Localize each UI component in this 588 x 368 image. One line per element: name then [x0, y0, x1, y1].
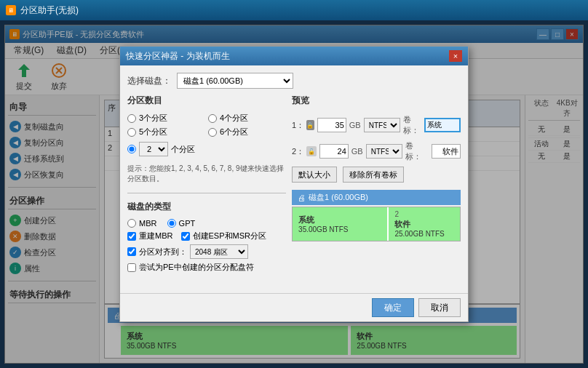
custom-partition-suffix: 个分区 [171, 144, 195, 155]
modal-close-button[interactable]: × [449, 50, 462, 62]
rebuild-mbr-checkbox[interactable] [127, 232, 136, 241]
partition-count-title: 分区数目 [127, 95, 286, 107]
align-checkbox[interactable] [127, 247, 136, 256]
preview-part-2[interactable]: 2 软件 25.00GB NTFS [389, 207, 460, 241]
mbr-radio[interactable]: MBR [127, 219, 156, 228]
radio-6[interactable]: 6个分区 [208, 127, 286, 137]
cancel-btn[interactable]: 取消 [418, 298, 461, 317]
disk-type-radios: MBR GPT [127, 219, 286, 228]
preview-part-1[interactable]: 系统 35.00GB NTFS [293, 207, 389, 241]
partition-preview-bar: 系统 35.00GB NTFS 2 软件 25.00GB NTFS [292, 207, 461, 241]
create-esp-checkbox[interactable] [181, 232, 190, 241]
preview-part-1-label: 系统 [298, 215, 381, 225]
align-dropdown[interactable]: 2048 扇区 [190, 244, 248, 259]
lock-icon-2: 🔓 [306, 146, 317, 156]
modal-title-bar: 快速分区神器 - 为装机而生 × [120, 47, 468, 65]
tag-input-2[interactable] [432, 144, 461, 159]
spinbox-row: 23456 个分区 [127, 140, 286, 158]
size-input-1[interactable] [317, 118, 346, 132]
radio-5[interactable]: 5个分区 [127, 127, 205, 137]
outer-title-text: 分区助手(无损) [20, 4, 79, 17]
radio-input-3[interactable] [127, 114, 136, 123]
align-row: 分区对齐到： 2048 扇区 [127, 244, 286, 259]
divider-1 [127, 193, 286, 193]
disk-bar-preview-label: 磁盘1 (60.00GB) [309, 192, 368, 203]
disk-bar-preview-icon: 🖨 [298, 193, 306, 202]
preview-part-1-size: 35.00GB NTFS [298, 225, 381, 233]
radio-input-5[interactable] [127, 128, 136, 137]
disk-select-row: 选择磁盘： 磁盘1 (60.00GB) [127, 73, 461, 89]
partition-label-2: 2： [292, 146, 303, 157]
partition-row-1: 1： 🔒 GB NTFS 卷标： [292, 114, 461, 136]
modal-footer: 确定 取消 [120, 293, 468, 321]
preview-part-2-num: 2 [394, 210, 454, 218]
size-buttons-row: 默认大小 移除所有卷标 [292, 167, 461, 183]
radio-4[interactable]: 4个分区 [208, 113, 286, 124]
partition-row-2: 2： 🔓 GB NTFS 卷标： [292, 140, 461, 162]
preview-section: 🖨 磁盘1 (60.00GB) 系统 35.00GB NTFS 2 软件 [292, 190, 461, 241]
disk-label-bar: 🖨 磁盘1 (60.00GB) [292, 190, 461, 205]
remove-tags-btn[interactable]: 移除所有卷标 [343, 167, 404, 183]
radio-input-6[interactable] [208, 128, 217, 137]
preview-part-2-label: 软件 [394, 219, 454, 230]
disk-type-section: 磁盘的类型 MBR GPT [127, 201, 286, 273]
default-size-btn[interactable]: 默认大小 [292, 167, 337, 183]
radio-group: 3个分区 4个分区 5个分区 [127, 110, 286, 140]
pe-signature-checkbox[interactable] [127, 263, 136, 272]
partition-count-section: 分区数目 3个分区 4个分区 [127, 95, 286, 158]
tag-label-2: 卷标： [405, 140, 429, 162]
disk-type-title: 磁盘的类型 [127, 201, 286, 213]
size-input-2[interactable] [319, 144, 349, 159]
modal-overlay: 快速分区神器 - 为装机而生 × 选择磁盘： 磁盘1 (60.00GB) 分区数… [0, 0, 588, 368]
ok-btn[interactable]: 确定 [372, 298, 414, 317]
fs-select-1[interactable]: NTFS [364, 118, 400, 132]
rebuild-mbr-row: 重建MBR 创建ESP和MSR分区 [127, 231, 286, 241]
pe-signature-row: 尝试为PE中创建的分区分配盘符 [127, 262, 286, 273]
lock-icon-1: 🔒 [306, 120, 314, 130]
partition-sizes-title: 预览 [292, 95, 461, 107]
right-col: 预览 1： 🔒 GB NTFS 卷标： [292, 95, 461, 273]
modal-title: 快速分区神器 - 为装机而生 [126, 50, 230, 63]
modal-body: 选择磁盘： 磁盘1 (60.00GB) 分区数目 3个分区 [120, 65, 468, 293]
unit-label-2: GB [351, 147, 363, 156]
fs-select-2[interactable]: NTFS [366, 144, 402, 159]
radio-input-4[interactable] [208, 114, 217, 123]
tag-input-1[interactable] [424, 118, 461, 132]
gpt-radio-input[interactable] [167, 219, 176, 228]
hint-text: 提示：您能按1, 2, 3, 4, 5, 6, 7, 8, 9键来快速选择分区数… [127, 162, 286, 185]
gpt-radio[interactable]: GPT [167, 219, 196, 228]
partition-label-1: 1： [292, 120, 303, 131]
quick-partition-modal: 快速分区神器 - 为装机而生 × 选择磁盘： 磁盘1 (60.00GB) 分区数… [119, 46, 469, 322]
two-col-layout: 分区数目 3个分区 4个分区 [127, 95, 461, 273]
partition-count-spinbox[interactable]: 23456 [139, 142, 168, 156]
radio-3[interactable]: 3个分区 [127, 113, 205, 124]
disk-select-dropdown[interactable]: 磁盘1 (60.00GB) [177, 73, 293, 89]
unit-label-1: GB [349, 121, 361, 129]
outer-title-bar: 🖥 分区助手(无损) [0, 0, 588, 20]
outer-title-icon: 🖥 [6, 5, 16, 15]
preview-part-2-size: 25.00GB NTFS [394, 230, 454, 238]
tag-label-1: 卷标： [403, 114, 421, 136]
radio-input-custom[interactable] [127, 145, 136, 153]
mbr-radio-input[interactable] [127, 219, 136, 228]
disk-select-label: 选择磁盘： [127, 75, 171, 87]
left-col: 分区数目 3个分区 4个分区 [127, 95, 286, 273]
